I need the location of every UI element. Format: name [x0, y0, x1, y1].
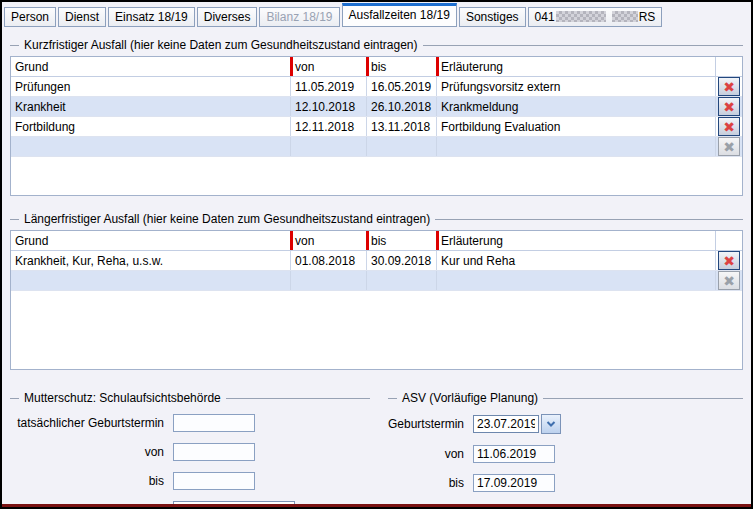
- cell-bis[interactable]: [366, 137, 436, 156]
- cell-bis[interactable]: 16.05.2019: [366, 77, 436, 96]
- tab-sonstiges[interactable]: Sonstiges: [459, 7, 526, 27]
- cell-erlaeuterung[interactable]: Fortbildung Evaluation: [436, 117, 715, 136]
- cell-grund[interactable]: [11, 137, 290, 156]
- delete-icon: ✖: [723, 80, 735, 94]
- cell-grund[interactable]: Krankheit: [11, 97, 290, 116]
- cell-von[interactable]: [290, 137, 366, 156]
- field-label-bis: bis: [388, 476, 473, 490]
- delete-icon: ✖: [723, 100, 735, 114]
- field-label-tatsaechlicher-geburtstermin: tatsächlicher Geburtstermin: [10, 416, 173, 430]
- cell-erlaeuterung[interactable]: [436, 137, 715, 156]
- cell-actions: ✖: [715, 137, 742, 156]
- group-label: Mutterschutz: Schulaufsichtsbehörde: [24, 391, 221, 405]
- delete-row-button[interactable]: ✖: [718, 117, 740, 136]
- group-title-mutterschutz: Mutterschutz: Schulaufsichtsbehörde: [10, 391, 370, 405]
- bottom-forms: Mutterschutz: Schulaufsichtsbehörde tats…: [10, 386, 743, 509]
- table-row-empty: ✖: [11, 271, 742, 291]
- cell-erlaeuterung[interactable]: Krankmeldung: [436, 97, 715, 116]
- group-label: Längerfristiger Ausfall (hier keine Date…: [24, 212, 430, 226]
- delete-row-button[interactable]: ✖: [718, 251, 740, 270]
- column-header-erlaeuterung[interactable]: Erläuterung: [436, 231, 715, 250]
- separator-line: [388, 398, 397, 399]
- tab-id-suffix: RS: [639, 10, 656, 24]
- form-row: bis: [388, 474, 743, 492]
- group-label: ASV (Vorläufige Planung): [402, 391, 538, 405]
- geburtstermin-dropdown-button[interactable]: [541, 414, 561, 434]
- separator-line: [423, 45, 743, 46]
- table-header-row: Grund von bis Erläuterung: [11, 57, 742, 77]
- cell-bis[interactable]: 13.11.2018: [366, 117, 436, 136]
- delete-icon: ✖: [723, 140, 735, 154]
- cell-actions: ✖: [715, 251, 742, 270]
- cell-von[interactable]: 11.05.2019: [290, 77, 366, 96]
- separator-line: [435, 219, 743, 220]
- tab-bar: Person Dienst Einsatz 18/19 Diverses Bil…: [2, 2, 751, 27]
- column-header-von[interactable]: von: [290, 231, 366, 250]
- column-header-erlaeuterung[interactable]: Erläuterung: [436, 57, 715, 76]
- cell-actions: ✖: [715, 117, 742, 136]
- cell-von[interactable]: [290, 271, 366, 290]
- asv-bis-input[interactable]: [473, 474, 555, 492]
- group-title-kurzfristiger-ausfall: Kurzfristiger Ausfall (hier keine Daten …: [10, 38, 743, 52]
- tab-dienst[interactable]: Dienst: [58, 7, 106, 27]
- column-header-grund[interactable]: Grund: [11, 231, 290, 250]
- group-title-asv: ASV (Vorläufige Planung): [388, 391, 743, 405]
- group-title-laengerfristiger-ausfall: Längerfristiger Ausfall (hier keine Date…: [10, 212, 743, 226]
- cell-erlaeuterung[interactable]: Kur und Reha: [436, 251, 715, 270]
- delete-row-button-disabled: ✖: [718, 137, 740, 156]
- field-label-von: von: [10, 445, 173, 459]
- cell-grund[interactable]: Krankheit, Kur, Reha, u.s.w.: [11, 251, 290, 270]
- cell-grund[interactable]: Fortbildung: [11, 117, 290, 136]
- table-row: Krankheit 12.10.2018 26.10.2018 Krankmel…: [11, 97, 742, 117]
- group-label: Kurzfristiger Ausfall (hier keine Daten …: [24, 38, 418, 52]
- field-label-geburtstermin: Geburtstermin: [388, 417, 473, 431]
- tab-einsatz-18-19[interactable]: Einsatz 18/19: [108, 7, 195, 27]
- cell-von[interactable]: 12.10.2018: [290, 97, 366, 116]
- tab-personal-id[interactable]: 041RS: [528, 7, 663, 27]
- mutterschutz-bis-input[interactable]: [173, 472, 255, 490]
- tab-page-content: Kurzfristiger Ausfall (hier keine Daten …: [2, 27, 751, 509]
- delete-row-button-disabled: ✖: [718, 271, 740, 290]
- cell-grund[interactable]: Prüfungen: [11, 77, 290, 96]
- geburtstermin-combobox: [473, 414, 561, 434]
- column-header-bis[interactable]: bis: [366, 231, 436, 250]
- tab-diverses[interactable]: Diverses: [197, 7, 258, 27]
- cell-bis[interactable]: 26.10.2018: [366, 97, 436, 116]
- asv-von-input[interactable]: [473, 445, 555, 463]
- chevron-down-icon: [546, 420, 556, 428]
- cell-erlaeuterung[interactable]: [436, 271, 715, 290]
- column-header-von[interactable]: von: [290, 57, 366, 76]
- redacted-text-block: [556, 11, 606, 22]
- tab-person[interactable]: Person: [4, 7, 56, 27]
- separator-line: [226, 398, 370, 399]
- column-header-actions: [715, 231, 742, 250]
- tab-ausfallzeiten-18-19[interactable]: Ausfallzeiten 18/19: [342, 3, 457, 27]
- delete-row-button[interactable]: ✖: [718, 77, 740, 96]
- cell-von[interactable]: 01.08.2018: [290, 251, 366, 270]
- table-header-row: Grund von bis Erläuterung: [11, 231, 742, 251]
- cell-grund[interactable]: [11, 271, 290, 290]
- cell-bis[interactable]: [366, 271, 436, 290]
- form-row: bis: [10, 472, 370, 490]
- column-header-bis[interactable]: bis: [366, 57, 436, 76]
- form-row: von: [388, 445, 743, 463]
- tab-id-prefix: 041: [535, 10, 555, 24]
- mutterschutz-group: Mutterschutz: Schulaufsichtsbehörde tats…: [10, 386, 370, 509]
- cell-von[interactable]: 12.11.2018: [290, 117, 366, 136]
- tatsaechlicher-geburtstermin-input[interactable]: [173, 414, 255, 432]
- table-row: Krankheit, Kur, Reha, u.s.w. 01.08.2018 …: [11, 251, 742, 271]
- geburtstermin-input[interactable]: [473, 415, 539, 433]
- laengerfristig-table: Grund von bis Erläuterung Krankheit, Kur…: [10, 230, 743, 370]
- window-bottom-accent-line: [2, 504, 751, 507]
- tab-bilanz-18-19: Bilanz 18/19: [259, 7, 339, 27]
- column-header-grund[interactable]: Grund: [11, 57, 290, 76]
- field-label-bis: bis: [10, 474, 173, 488]
- cell-actions: ✖: [715, 271, 742, 290]
- separator-line: [10, 45, 19, 46]
- kurzfristig-table: Grund von bis Erläuterung Prüfungen 11.0…: [10, 56, 743, 196]
- cell-bis[interactable]: 30.09.2018: [366, 251, 436, 270]
- cell-actions: ✖: [715, 77, 742, 96]
- cell-erlaeuterung[interactable]: Prüfungsvorsitz extern: [436, 77, 715, 96]
- delete-row-button[interactable]: ✖: [718, 97, 740, 116]
- mutterschutz-von-input[interactable]: [173, 443, 255, 461]
